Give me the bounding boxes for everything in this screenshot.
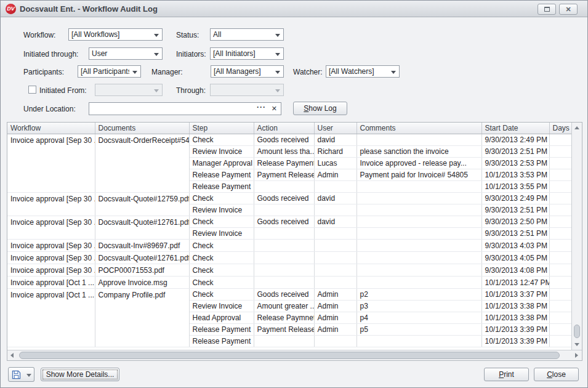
cell-comments[interactable]: p3 <box>356 301 481 312</box>
vertical-scrollbar[interactable] <box>571 123 582 350</box>
initiators-select[interactable]: [All Initiators] <box>210 47 284 60</box>
cell-days[interactable] <box>549 252 571 264</box>
cell-workflow[interactable]: Invoice approval [Sep 30 ... <box>7 264 95 277</box>
cell-start-date[interactable]: 10/1/2013 3:37 PM <box>481 289 549 301</box>
initiated-through-select[interactable]: User <box>89 47 163 60</box>
maximize-button[interactable] <box>538 4 556 15</box>
cell-user[interactable]: Richard <box>314 146 356 158</box>
cell-comments[interactable] <box>356 193 481 204</box>
cell-comments[interactable] <box>356 240 481 252</box>
cell-start-date[interactable]: 10/1/2013 3:39 PM <box>481 336 549 347</box>
cell-days[interactable] <box>549 240 571 252</box>
cell-start-date[interactable]: 9/30/2013 2:49 PM <box>481 193 549 204</box>
cell-start-date[interactable]: 9/30/2013 4:08 PM <box>481 264 549 277</box>
table-row[interactable]: Invoice approval [Oct 1 ...Approve Invoi… <box>7 277 571 289</box>
cell-start-date[interactable]: 10/1/2013 3:38 PM <box>481 312 549 324</box>
cell-action[interactable]: Goods received <box>254 216 314 228</box>
cell-comments[interactable] <box>356 216 481 228</box>
cell-document[interactable]: Docsvault-Quote#12761.pdf <box>95 216 189 240</box>
column-header-step[interactable]: Step <box>189 123 254 134</box>
cell-step[interactable]: Check <box>189 264 254 277</box>
cell-step[interactable]: Check <box>189 134 254 146</box>
save-export-button[interactable] <box>8 367 25 382</box>
cell-action[interactable]: Amount less tha... <box>254 146 314 158</box>
cell-comments[interactable] <box>356 264 481 277</box>
horizontal-scroll-thumb[interactable] <box>19 352 560 359</box>
cell-comments[interactable]: Invoice approved - release pay... <box>356 158 481 169</box>
cell-step[interactable]: Release Payment <box>189 169 254 181</box>
cell-document[interactable]: Docsvault-Quote#12759.pdf <box>95 193 189 216</box>
cell-workflow[interactable]: Invoice approval [Oct 1 ... <box>7 277 95 289</box>
horizontal-scrollbar[interactable] <box>7 350 582 360</box>
cell-user[interactable]: Admin <box>314 324 356 336</box>
cell-user[interactable]: Admin <box>314 169 356 181</box>
clear-location-icon[interactable]: ✕ <box>272 105 277 113</box>
cell-step[interactable]: Check <box>189 289 254 301</box>
cell-step[interactable]: Review Invoice <box>189 146 254 158</box>
cell-action[interactable]: Payment Released <box>254 169 314 181</box>
cell-user[interactable] <box>314 228 356 240</box>
cell-days[interactable] <box>549 193 571 204</box>
cell-days[interactable] <box>549 216 571 228</box>
show-more-details-button[interactable]: Show More Details... <box>41 368 119 381</box>
cell-comments[interactable]: p5 <box>356 324 481 336</box>
cell-start-date[interactable]: 9/30/2013 2:51 PM <box>481 204 549 216</box>
cell-step[interactable]: Head Approval <box>189 312 254 324</box>
cell-user[interactable]: Admin <box>314 301 356 312</box>
cell-start-date[interactable]: 9/30/2013 2:53 PM <box>481 158 549 169</box>
cell-user[interactable]: david <box>314 134 356 146</box>
cell-step[interactable]: Check <box>189 240 254 252</box>
watcher-select[interactable]: [All Watchers] <box>326 65 400 78</box>
cell-action[interactable]: Payment Released <box>254 324 314 336</box>
cell-step[interactable]: Review Invoice <box>189 204 254 216</box>
cell-days[interactable] <box>549 324 571 336</box>
cell-days[interactable] <box>549 181 571 193</box>
cell-days[interactable] <box>549 336 571 347</box>
cell-step[interactable]: Release Payment <box>189 324 254 336</box>
scroll-left-button[interactable] <box>7 350 18 361</box>
cell-comments[interactable] <box>356 134 481 146</box>
cell-days[interactable] <box>549 277 571 289</box>
save-options-dropdown[interactable] <box>24 367 34 382</box>
cell-start-date[interactable]: 9/30/2013 2:51 PM <box>481 146 549 158</box>
status-select[interactable]: All <box>210 28 284 41</box>
cell-step[interactable]: Check <box>189 277 254 289</box>
scroll-up-button[interactable] <box>572 123 582 133</box>
cell-action[interactable] <box>254 204 314 216</box>
vertical-scroll-thumb[interactable] <box>574 325 580 338</box>
table-row[interactable]: Invoice approval [Sep 30 ...POCP00071553… <box>7 264 571 277</box>
cell-user[interactable] <box>314 252 356 264</box>
column-header-days[interactable]: Days <box>549 123 571 134</box>
table-row[interactable]: Invoice approval [Sep 30 ...Docsvault-In… <box>7 240 571 252</box>
cell-user[interactable] <box>314 264 356 277</box>
cell-comments[interactable] <box>356 336 481 347</box>
cell-comments[interactable] <box>356 252 481 264</box>
manager-select[interactable]: [All Managers] <box>211 65 284 78</box>
cell-start-date[interactable]: 9/30/2013 2:50 PM <box>481 216 549 228</box>
cell-user[interactable] <box>314 204 356 216</box>
close-window-button[interactable]: ✕ <box>559 4 578 15</box>
cell-comments[interactable] <box>356 277 481 289</box>
cell-start-date[interactable]: 9/30/2013 2:51 PM <box>481 228 549 240</box>
browse-ellipsis-icon[interactable]: ··· <box>257 103 266 111</box>
cell-action[interactable]: Amount greater ... <box>254 301 314 312</box>
cell-user[interactable]: david <box>314 193 356 204</box>
cell-document[interactable]: POCP00071553.pdf <box>95 264 189 277</box>
cell-action[interactable]: Release Payment <box>254 158 314 169</box>
cell-user[interactable] <box>314 181 356 193</box>
cell-action[interactable] <box>254 228 314 240</box>
cell-action[interactable] <box>254 264 314 277</box>
cell-workflow[interactable]: Invoice approval [Oct 1 ... <box>7 289 95 347</box>
cell-step[interactable]: Release Payment <box>189 336 254 347</box>
show-log-button[interactable]: Show Log <box>293 102 347 115</box>
cell-step[interactable]: Check <box>189 193 254 204</box>
table-row[interactable]: Invoice approval [Sep 30 ...Docsvault-Or… <box>7 134 571 146</box>
cell-comments[interactable] <box>356 228 481 240</box>
cell-days[interactable] <box>549 289 571 301</box>
cell-action[interactable] <box>254 240 314 252</box>
cell-step[interactable]: Check <box>189 252 254 264</box>
cell-start-date[interactable]: 9/30/2013 4:05 PM <box>481 252 549 264</box>
cell-user[interactable] <box>314 336 356 347</box>
cell-step[interactable]: Review Invoice <box>189 301 254 312</box>
cell-start-date[interactable]: 9/30/2013 2:49 PM <box>481 134 549 146</box>
